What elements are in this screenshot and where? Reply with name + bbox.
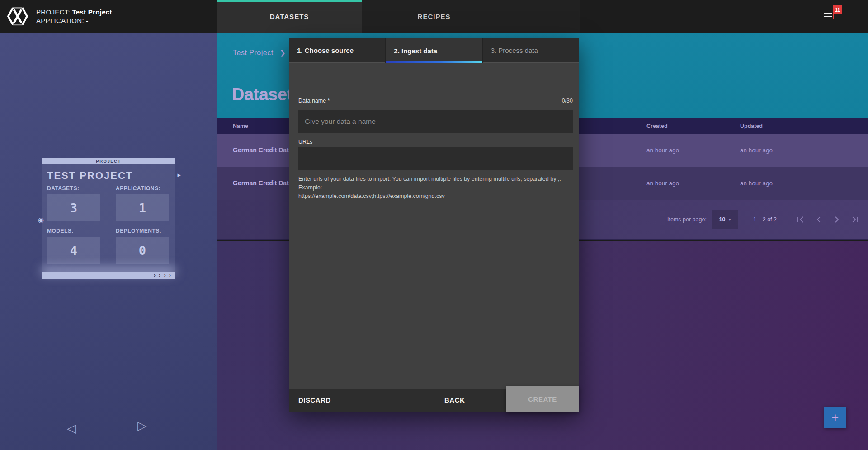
- carousel-prev-icon[interactable]: ◁: [67, 421, 76, 436]
- application-label: APPLICATION:: [36, 17, 84, 24]
- dataset-name: German Credit Data: [233, 134, 292, 167]
- modal-footer: DISCARD BACK CREATE: [289, 389, 579, 412]
- back-button[interactable]: BACK: [444, 389, 465, 412]
- app-logo-icon[interactable]: [6, 5, 29, 28]
- urls-helper-line2: https://example.com/data.csv;https://exa…: [298, 193, 445, 199]
- urls-helper-line1: Enter urls of your data files to import.…: [298, 176, 561, 191]
- items-per-page-select[interactable]: 10 ▾: [712, 210, 738, 229]
- step-process-data-label: 3. Process data: [491, 47, 538, 54]
- dataset-created: an hour ago: [646, 134, 679, 167]
- first-page-icon[interactable]: [797, 216, 804, 223]
- column-name: Name: [233, 118, 248, 134]
- carousel-indicator-icon[interactable]: ◉: [38, 216, 44, 224]
- project-card-stats: DATASETS: 3 APPLICATIONS: 1 MODELS: 4: [47, 185, 170, 264]
- stat-deployments: DEPLOYMENTS: 0: [116, 228, 169, 264]
- main-tabs: DATASETS RECIPES: [217, 0, 580, 33]
- data-name-label: Data name *: [298, 98, 330, 104]
- ingest-data-modal: 1. Choose source 2. Ingest data 3. Proce…: [289, 38, 579, 412]
- data-name-label-row: Data name * 0/30: [298, 98, 573, 104]
- tab-datasets[interactable]: DATASETS: [217, 0, 362, 33]
- topbar: PROJECT: Test Project APPLICATION: - DAT…: [0, 0, 868, 33]
- project-card[interactable]: PROJECT TEST PROJECT DATASETS: 3 APPLICA…: [42, 158, 175, 279]
- items-per-page-label: Items per page:: [667, 216, 707, 223]
- step-ingest-data-label: 2. Ingest data: [394, 47, 437, 55]
- project-card-title: TEST PROJECT: [47, 170, 133, 182]
- breadcrumb-chevron-icon: ❯: [280, 49, 286, 56]
- dropdown-arrow-icon: ▾: [729, 217, 731, 222]
- screen: PROJECT: Test Project APPLICATION: - DAT…: [0, 0, 868, 450]
- open-project-arrow-icon[interactable]: ▸: [177, 171, 181, 179]
- pagination-range: 1 – 2 of 2: [753, 216, 777, 223]
- stat-applications-box: 1: [116, 194, 169, 221]
- dataset-updated: an hour ago: [740, 134, 773, 167]
- add-dataset-button[interactable]: +: [824, 407, 846, 428]
- carousel-next-icon[interactable]: ▷: [137, 418, 147, 433]
- application-line: APPLICATION: -: [36, 16, 112, 25]
- modal-steps: 1. Choose source 2. Ingest data 3. Proce…: [289, 38, 579, 63]
- modal-body: Data name * 0/30 URLs Enter urls of your…: [289, 63, 579, 389]
- left-panel: PROJECT TEST PROJECT DATASETS: 3 APPLICA…: [0, 33, 217, 450]
- urls-label: URLs: [298, 139, 312, 145]
- menu-hamburger-icon[interactable]: [824, 13, 832, 19]
- stat-deployments-box: 0: [116, 237, 169, 264]
- pagination-controls: Items per page: 10 ▾ 1 – 2 of 2: [667, 200, 859, 239]
- stat-applications: APPLICATIONS: 1: [116, 185, 169, 221]
- stat-models-label: MODELS:: [47, 228, 100, 234]
- tab-recipes[interactable]: RECIPES: [362, 0, 506, 33]
- stat-datasets-box: 3: [47, 194, 100, 221]
- step-ingest-data[interactable]: 2. Ingest data: [385, 38, 482, 63]
- dataset-created: an hour ago: [646, 167, 679, 200]
- urls-helper-text: Enter urls of your data files to import.…: [298, 175, 573, 201]
- stat-datasets-value: 3: [70, 201, 77, 215]
- urls-input[interactable]: [298, 147, 573, 170]
- breadcrumb-project-link[interactable]: Test Project: [233, 49, 274, 56]
- items-per-page-value: 10: [719, 216, 725, 223]
- data-name-input[interactable]: [298, 110, 573, 133]
- application-value: -: [86, 17, 88, 24]
- project-card-tag: PROJECT: [42, 158, 175, 164]
- stat-datasets-label: DATASETS:: [47, 185, 100, 192]
- project-value: Test Project: [72, 8, 112, 16]
- stat-datasets: DATASETS: 3: [47, 185, 100, 221]
- step-choose-source-label: 1. Choose source: [297, 47, 354, 54]
- step-choose-source[interactable]: 1. Choose source: [289, 38, 385, 63]
- project-label: PROJECT:: [36, 8, 70, 16]
- tab-datasets-label: DATASETS: [270, 13, 309, 20]
- previous-page-icon[interactable]: [815, 216, 822, 223]
- last-page-icon[interactable]: [851, 216, 859, 223]
- pager: [797, 216, 859, 223]
- create-button[interactable]: CREATE: [506, 386, 579, 412]
- step-process-data[interactable]: 3. Process data: [482, 38, 579, 63]
- notification-badge: 11: [833, 5, 842, 14]
- data-name-counter: 0/30: [562, 98, 573, 104]
- discard-button[interactable]: DISCARD: [298, 389, 331, 412]
- project-card-expand[interactable]: › › › ›: [42, 272, 175, 279]
- notification-badge-tail: [833, 14, 834, 19]
- stat-applications-label: APPLICATIONS:: [116, 185, 169, 192]
- stat-deployments-label: DEPLOYMENTS:: [116, 228, 169, 234]
- next-page-icon[interactable]: [833, 216, 840, 223]
- project-line: PROJECT: Test Project: [36, 8, 112, 16]
- column-updated: Updated: [740, 118, 763, 134]
- stat-applications-value: 1: [139, 201, 146, 215]
- breadcrumb: Test Project ❯: [233, 49, 286, 57]
- stat-models-value: 4: [70, 244, 77, 258]
- stat-models-box: 4: [47, 237, 100, 264]
- stat-models: MODELS: 4: [47, 228, 100, 264]
- tab-recipes-label: RECIPES: [418, 13, 451, 20]
- column-created: Created: [646, 118, 668, 134]
- stat-deployments-value: 0: [139, 244, 146, 258]
- project-info: PROJECT: Test Project APPLICATION: -: [36, 8, 112, 25]
- dataset-updated: an hour ago: [740, 167, 773, 200]
